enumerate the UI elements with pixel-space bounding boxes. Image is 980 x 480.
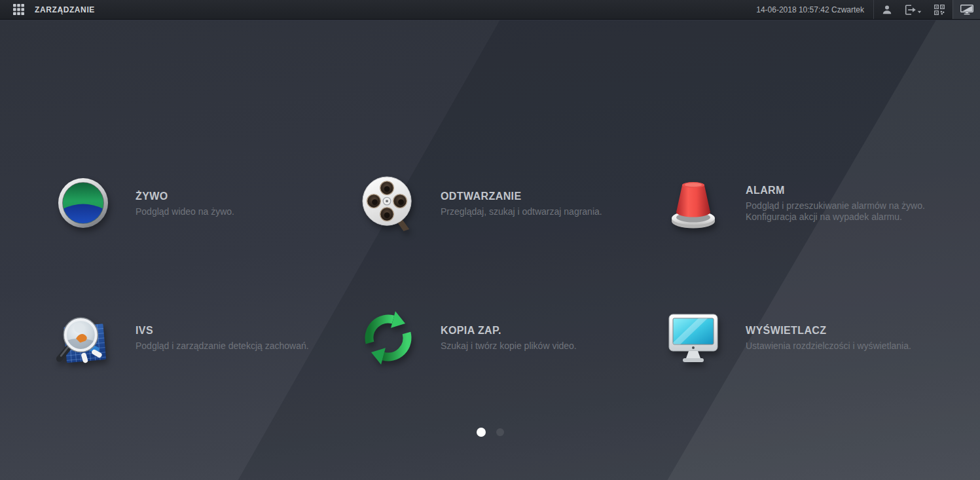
menu-item-ivs[interactable]: IVS Podgląd i zarządzanie detekcją zacho… [56, 306, 361, 369]
live-view-icon [56, 175, 111, 232]
menu-desc: Przeglądaj, szukaj i odtwarzaj nagrania. [441, 206, 602, 217]
menu-desc-2: Konfiguracja akcji na wypadek alarmu. [746, 212, 925, 223]
page-title: ZARZĄDZANIE [35, 5, 95, 14]
menu-item-zywo[interactable]: ŻYWO Podgląd wideo na żywo. [56, 172, 361, 235]
topbar-left: ZARZĄDZANIE [0, 0, 95, 19]
menu-title: ALARM [746, 185, 925, 196]
menu-title: ŻYWO [136, 191, 234, 202]
user-icon[interactable] [874, 0, 900, 19]
menu-item-wyswietlacz[interactable]: WYŚWIETLACZ Ustawienia rozdzielczości i … [666, 306, 971, 369]
apps-grid-icon[interactable] [10, 0, 27, 19]
menu-desc: Podgląd i przeszukiwanie alarmów na żywo… [746, 200, 925, 212]
menu-title: ODTWARZANIE [441, 191, 602, 202]
pagination [477, 428, 504, 437]
main-content: ŻYWO Podgląd wideo na żywo. [0, 20, 980, 480]
menu-grid: ŻYWO Podgląd wideo na żywo. [56, 172, 971, 369]
playback-icon [361, 175, 416, 232]
menu-desc: Podgląd i zarządzanie detekcją zachowań. [136, 341, 309, 352]
menu-desc: Ustawienia rozdzielczości i wyświetlania… [746, 341, 911, 352]
menu-item-alarm[interactable]: ALARM Podgląd i przeszukiwanie alarmów n… [666, 172, 971, 235]
management-home-screen: ZARZĄDZANIE 14-06-2018 10:57:42 Czwartek [0, 0, 980, 480]
menu-title: WYŚWIETLACZ [746, 325, 911, 337]
menu-title: KOPIA ZAP. [441, 325, 577, 337]
display-monitor-icon [666, 310, 721, 365]
topbar-right: 14-06-2018 10:57:42 Czwartek [756, 0, 980, 19]
ivs-magnifier-icon [56, 308, 111, 367]
logout-icon[interactable] [900, 0, 926, 19]
qr-code-icon[interactable] [926, 0, 953, 19]
pagination-dot-2[interactable] [496, 428, 504, 436]
menu-item-odtwarzanie[interactable]: ODTWARZANIE Przeglądaj, szukaj i odtwarz… [361, 172, 666, 235]
menu-desc: Podgląd wideo na żywo. [136, 206, 234, 217]
backup-sync-icon [361, 309, 416, 367]
pagination-dot-1[interactable] [477, 428, 486, 437]
datetime-display: 14-06-2018 10:57:42 Czwartek [756, 5, 873, 14]
alarm-siren-icon [666, 175, 721, 232]
menu-item-kopia-zap[interactable]: KOPIA ZAP. Szukaj i twórz kopie plików v… [361, 306, 666, 369]
menu-title: IVS [136, 325, 309, 337]
topbar: ZARZĄDZANIE 14-06-2018 10:57:42 Czwartek [0, 0, 980, 20]
display-toggle-icon[interactable] [953, 0, 980, 19]
menu-desc: Szukaj i twórz kopie plików video. [441, 341, 577, 352]
